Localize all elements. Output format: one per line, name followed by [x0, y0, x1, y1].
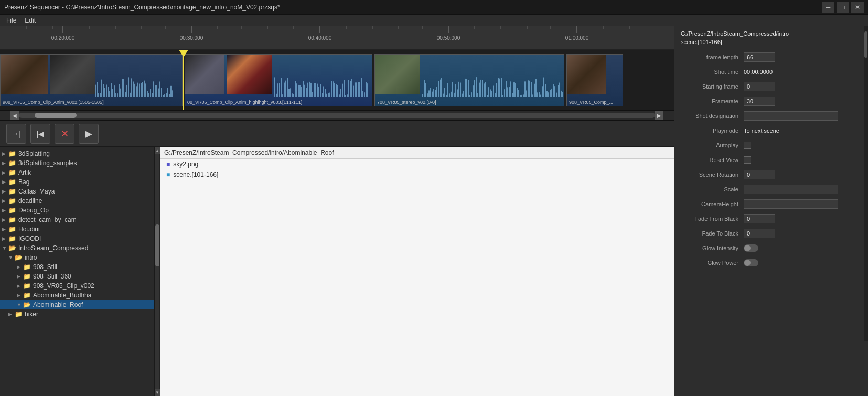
- tree-item-908_Still[interactable]: ▶ 📁 908_Still: [0, 262, 154, 272]
- svg-rect-36: [104, 88, 105, 97]
- svg-rect-179: [484, 83, 485, 97]
- autoplay-checkbox[interactable]: [744, 142, 751, 149]
- svg-rect-98: [303, 81, 304, 97]
- starting-frame-input[interactable]: [744, 82, 775, 91]
- tree-item-detect_cam_by_cam[interactable]: ▶ 📁 detect_cam_by_cam: [0, 215, 154, 224]
- camera-height-input[interactable]: [744, 199, 838, 209]
- play-to-end-button[interactable]: →|: [6, 124, 26, 144]
- svg-rect-139: [367, 83, 368, 97]
- svg-rect-182: [488, 87, 489, 97]
- svg-rect-229: [562, 92, 563, 97]
- svg-rect-169: [468, 80, 469, 97]
- svg-rect-149: [436, 87, 437, 97]
- svg-rect-153: [443, 94, 444, 97]
- svg-rect-77: [169, 94, 170, 97]
- tree-item-Abominable_Budhha[interactable]: ▶ 📁 Abominable_Budhha: [0, 291, 154, 300]
- fade-from-black-input[interactable]: [744, 214, 775, 223]
- playhead[interactable]: [183, 50, 184, 110]
- svg-rect-91: [292, 93, 293, 97]
- clip-3[interactable]: 708_VR05_stereo_v02.[0-0]: [374, 54, 564, 106]
- svg-rect-226: [558, 85, 559, 97]
- prop-label-starting-frame: Starting frame: [681, 83, 744, 90]
- prop-value-framerate: [744, 97, 862, 106]
- svg-rect-210: [532, 94, 533, 97]
- reset-view-checkbox[interactable]: [744, 156, 751, 164]
- tree-item-Debug_Op[interactable]: ▶ 📁 Debug_Op: [0, 206, 154, 215]
- tree-item-3dSplatting[interactable]: ▶ 📁 3dSplatting: [0, 149, 154, 158]
- glow-intensity-toggle[interactable]: [744, 244, 758, 252]
- svg-rect-38: [108, 87, 109, 97]
- svg-rect-94: [296, 83, 297, 97]
- fade-to-black-input[interactable]: [744, 229, 775, 238]
- svg-rect-72: [161, 88, 162, 97]
- vscroll-down[interactable]: ▼: [155, 389, 160, 396]
- frame-length-input[interactable]: [744, 52, 775, 62]
- clip-4[interactable]: 908_VR05_Comp_...: [566, 54, 623, 106]
- scroll-right-button[interactable]: ▶: [655, 111, 663, 120]
- right-scrollbar-thumb[interactable]: [864, 31, 867, 58]
- menu-edit[interactable]: Edit: [20, 16, 40, 25]
- tree-label: Debug_Op: [18, 207, 49, 214]
- minimize-button[interactable]: ─: [822, 2, 834, 13]
- svg-rect-104: [312, 92, 313, 97]
- tree-item-Abominable_Roof[interactable]: ▼ 📂 Abominable_Roof: [0, 300, 154, 309]
- tree-item-Artik[interactable]: ▶ 📁 Artik: [0, 168, 154, 177]
- tree-item-Houdini[interactable]: ▶ 📁 Houdini: [0, 224, 154, 234]
- tree-item-IGOODI[interactable]: ▶ 📁 IGOODI: [0, 234, 154, 243]
- tree-item-3dSplatting_samples[interactable]: ▶ 📁 3dSplatting_samples: [0, 158, 154, 168]
- shot-designation-input[interactable]: [744, 111, 838, 121]
- clip-2[interactable]: 08_VR05_Comp_Clip_Anim_highlhght_v003.[1…: [185, 54, 372, 106]
- svg-rect-174: [476, 77, 477, 97]
- tree-item-908_Still_360[interactable]: ▶ 📁 908_Still_360: [0, 272, 154, 281]
- timeline-tracks[interactable]: 908_VR05_Comp_Clip_Anim_v002.[1505-1505]: [0, 50, 674, 110]
- prev-button[interactable]: |◀: [30, 124, 50, 144]
- play-button[interactable]: ▶: [79, 124, 99, 144]
- svg-rect-195: [509, 87, 510, 97]
- file-tree-scrollbar[interactable]: ▲ ▼: [155, 147, 160, 396]
- right-panel-scrollbar[interactable]: [864, 26, 868, 341]
- clip-1[interactable]: 908_VR05_Comp_Clip_Anim_v002.[1505-1505]: [0, 54, 183, 106]
- svg-rect-96: [299, 85, 301, 97]
- prop-label-playmode: Playmode: [681, 127, 744, 134]
- menu-file[interactable]: File: [2, 16, 20, 25]
- scale-input[interactable]: [744, 185, 838, 194]
- tree-item-hiker[interactable]: ▶ 📁 hiker: [0, 309, 154, 319]
- tree-label: hiker: [25, 311, 38, 318]
- tree-item-Callas_Maya[interactable]: ▶ 📁 Callas_Maya: [0, 187, 154, 196]
- svg-rect-177: [480, 80, 481, 97]
- glow-power-toggle[interactable]: [744, 259, 758, 266]
- right-panel-title: G:/PresenZ/IntroSteam_Compressed/intro: [681, 30, 862, 37]
- svg-rect-120: [337, 85, 338, 97]
- svg-rect-178: [482, 80, 483, 97]
- scene-rotation-input[interactable]: [744, 170, 775, 179]
- tree-item-908_VR05_Clip_v002[interactable]: ▶ 📁 908_VR05_Clip_v002: [0, 281, 154, 291]
- prop-glow-power: Glow Power: [681, 257, 862, 269]
- maximize-button[interactable]: □: [837, 2, 849, 13]
- svg-rect-76: [167, 88, 168, 97]
- right-panel-subtitle: scene.[101-166]: [681, 39, 862, 45]
- shot-time-value: 00:00:0000: [744, 69, 773, 75]
- svg-rect-86: [284, 83, 285, 97]
- vscroll-up[interactable]: ▲: [155, 147, 160, 154]
- tree-item-IntroSteam[interactable]: ▼ 📂 IntroSteam_Compressed: [0, 243, 154, 253]
- scrollbar-track[interactable]: [19, 113, 655, 118]
- tree-item-Bag[interactable]: ▶ 📁 Bag: [0, 177, 154, 187]
- tree-item-intro[interactable]: ▼ 📂 intro: [0, 253, 154, 262]
- file-item-sky2[interactable]: ■ sky2.png: [160, 159, 674, 169]
- framerate-input[interactable]: [744, 97, 775, 106]
- svg-rect-103: [310, 83, 312, 97]
- svg-rect-63: [147, 91, 148, 97]
- stop-button[interactable]: ✕: [55, 124, 74, 144]
- file-item-scene[interactable]: ■ scene.[101-166]: [160, 169, 674, 180]
- svg-rect-135: [361, 78, 362, 97]
- svg-rect-188: [498, 78, 499, 97]
- close-button[interactable]: ✕: [851, 2, 864, 13]
- svg-rect-40: [111, 83, 112, 97]
- svg-rect-225: [556, 93, 557, 97]
- tree-item-deadline[interactable]: ▶ 📁 deadline: [0, 196, 154, 206]
- vscroll-thumb[interactable]: [155, 224, 159, 266]
- scroll-left-button[interactable]: ◀: [10, 111, 19, 120]
- scrollbar-thumb[interactable]: [35, 113, 77, 118]
- prop-value-fade-from-black: [744, 214, 862, 223]
- tree-label: 908_Still_360: [33, 273, 71, 280]
